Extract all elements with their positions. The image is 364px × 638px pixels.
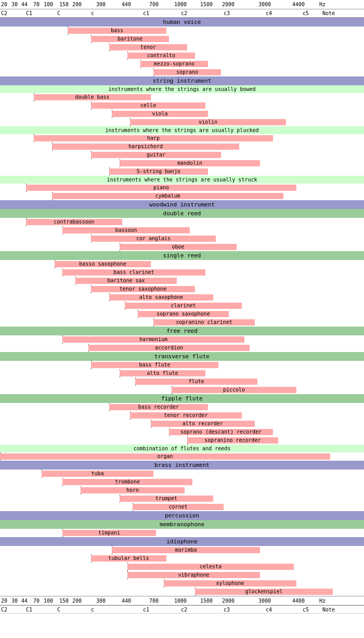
label-accordion: accordion: [88, 345, 250, 351]
note-c4: c4: [266, 10, 272, 16]
freq-700: 700: [149, 2, 159, 7]
instrument-row-celesta: celesta: [0, 563, 364, 571]
note-c1: c1: [143, 10, 149, 16]
instrument-row-sopranino-clarinet: sopranino clarinet: [0, 318, 364, 327]
description-13: instruments where the strings are usuall…: [0, 126, 364, 134]
freq-1500: 1500: [200, 2, 213, 7]
label-cymbalum: cymbalum: [52, 193, 283, 199]
label-bass-recorder: bass recorder: [109, 404, 208, 410]
instrument-row-contralto: contralto: [0, 51, 364, 60]
instrument-row-mandolin: mandolin: [0, 159, 364, 167]
label-soprano-(descant)-recorder: soprano (descant) recorder: [169, 429, 273, 435]
label-sopranino-clarinet: sopranino clarinet: [153, 319, 255, 325]
instrument-row-oboe: oboe: [0, 243, 364, 251]
label-baritone: baritone: [91, 36, 169, 42]
label-cello: cello: [91, 102, 205, 109]
subsection-header-membranophone: membranophone: [0, 520, 364, 529]
instrument-row-baritone-sax: baritone sax: [0, 277, 364, 285]
label-tenor-recorder: tenor recorder: [130, 412, 242, 419]
sections-container: human voicebassbaritonetenorcontraltomez…: [0, 18, 364, 596]
freq-100: 100: [44, 2, 53, 7]
note-ruler-top: C2 C1 C c c1 c2 c3 c4 c5 Note: [0, 9, 364, 18]
label-double-bass: double bass: [34, 94, 151, 100]
label-harmonium: harmonium: [62, 336, 244, 343]
label-organ: organ: [0, 453, 330, 460]
label-mandolin: mandolin: [120, 160, 260, 166]
label-xylophone: xylophone: [164, 580, 296, 587]
instrument-row-bass: bass: [0, 27, 364, 35]
freq-30: 30: [11, 2, 18, 7]
instrument-row-baritone: baritone: [0, 35, 364, 43]
instrument-row-mezzo-soprano: mezzo-soprano: [0, 60, 364, 68]
freq-2000: 2000: [222, 2, 235, 7]
label-glockenspiel: glockenspiel: [195, 589, 333, 595]
section-header-brass-instrument: brass instrument: [0, 461, 364, 470]
section-header-human-voice: human voice: [0, 18, 364, 27]
instrument-row-5-string-banjo: 5-string banjo: [0, 167, 364, 176]
label-alto-flute: alto flute: [120, 370, 205, 376]
instrument-row-cymbalum: cymbalum: [0, 192, 364, 200]
instrument-row-soprano-saxophone: soprano saxophone: [0, 310, 364, 318]
label-celesta: celesta: [127, 564, 294, 570]
instrument-row-tenor: tenor: [0, 43, 364, 51]
section-header-string-instrument: string instrument: [0, 76, 364, 85]
note-c: c: [91, 10, 94, 16]
instrument-row-clarinet: clarinet: [0, 302, 364, 310]
subsection-header-free-reed: free reed: [0, 327, 364, 335]
instrument-row-violin: violin: [0, 118, 364, 126]
freq-1000: 1000: [174, 2, 187, 7]
subsection-header-transverse-flute: transverse flute: [0, 352, 364, 361]
section-header-percussion: percussion: [0, 511, 364, 520]
instrument-row-bass-recorder: bass recorder: [0, 403, 364, 411]
instrument-row-alto-saxophone: alto saxophone: [0, 293, 364, 302]
instrument-row-trumpet: trumpet: [0, 494, 364, 503]
instrument-row-harp: harp: [0, 134, 364, 142]
label-cornet: cornet: [133, 504, 224, 510]
instrument-row-alto-recorder: alto recorder: [0, 420, 364, 428]
instrument-row-harmonium: harmonium: [0, 335, 364, 344]
instrument-row-piano: piano: [0, 184, 364, 192]
instrument-row-xylophone: xylophone: [0, 579, 364, 588]
label-viola: viola: [112, 111, 208, 117]
instrument-row-soprano: soprano: [0, 68, 364, 76]
label-trombone: trombone: [62, 479, 192, 485]
label-piano: piano: [26, 185, 296, 191]
instrument-row-glockenspiel: glockenspiel: [0, 588, 364, 596]
instrument-row-double-bass: double bass: [0, 93, 364, 101]
label-tenor-saxophone: tenor saxophone: [91, 286, 195, 292]
label-bass-flute: bass flute: [91, 362, 218, 368]
instrument-row-flute: flute: [0, 377, 364, 386]
label-tubular-bells: tubular bells: [91, 555, 166, 562]
label-harpsichord: harpsichord: [52, 144, 239, 150]
instrument-row-tubular-bells: tubular bells: [0, 554, 364, 563]
label-bass-clarinet: bass clarinet: [62, 269, 205, 276]
instrument-row-timpani: timpani: [0, 529, 364, 537]
note-c2: c2: [181, 10, 187, 16]
label-baritone-sax: baritone sax: [75, 278, 177, 284]
instrument-row-organ: organ: [0, 452, 364, 461]
freq-ruler-top: 20 30 44 70 100 150 200 300 440 700 1000…: [0, 0, 364, 9]
instrument-row-piccolo: piccolo: [0, 386, 364, 394]
frequency-chart: 20 30 44 70 100 150 200 300 440 700 1000…: [0, 0, 364, 614]
label-harp: harp: [34, 135, 273, 141]
label-bassoon: bassoon: [62, 227, 190, 233]
freq-3000: 3000: [258, 2, 271, 7]
instrument-row-bass-flute: bass flute: [0, 361, 364, 369]
freq-20: 20: [1, 2, 7, 7]
section-header-idiophone: idiophone: [0, 537, 364, 546]
label-marimba: marimba: [112, 547, 260, 553]
label-bass: bass: [68, 28, 166, 34]
instrument-row-guitar: guitar: [0, 151, 364, 159]
note-C1: C1: [26, 10, 32, 16]
label-guitar: guitar: [91, 152, 221, 158]
note-ruler-bottom: C2 C1 C c c1 c2 c3 c4 c5 Note: [0, 605, 364, 614]
instrument-row-viola: viola: [0, 110, 364, 118]
note-c3: c3: [224, 10, 230, 16]
instrument-row-marimba: marimba: [0, 546, 364, 554]
label-horn: horn: [81, 487, 185, 493]
label-5-string-banjo: 5-string banjo: [109, 168, 208, 175]
freq-4400: 4400: [292, 2, 305, 7]
instrument-row-harpsichord: harpsichord: [0, 142, 364, 151]
label-oboe: oboe: [120, 244, 237, 250]
instrument-row-accordion: accordion: [0, 344, 364, 352]
